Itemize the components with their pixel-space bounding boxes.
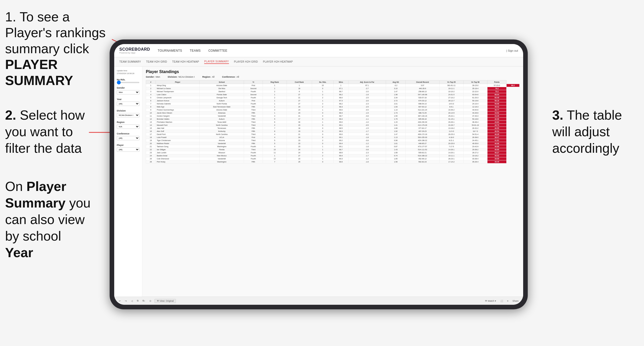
table-row: 4Luke ClatonFlorida StateSecond127268.2-… [146,93,520,96]
undo-btn[interactable]: ↩ [118,299,122,303]
col-wins: Wins [333,80,348,84]
nav-committee[interactable]: COMMITTEE [208,48,227,53]
update-time-label: Update time: [117,70,139,72]
col-adj-score: Adj. Score to Par [348,80,386,84]
annotation-step-2: 2. Select how you want to filter the dat… [5,107,92,157]
watch-btn[interactable]: 👁 Watch ▾ [484,299,497,303]
table-body: 1Wenyi DingArizona StateFirst1115167.1-3… [146,84,520,163]
sidebar-no-rds: No Rds. [117,78,139,83]
col-rank: # [146,80,156,84]
table-row: 7Nicholas GabrielsNorth FloridaFourth127… [146,102,520,105]
table-header: # Player School Yr Reg Rank Conf Rank No… [146,80,520,84]
annotation-step-1-text: To see a Player's rankings summary click [5,9,106,56]
conference-label: Conference [117,132,139,135]
sidebar-division: Division NCAA Division I NCAA Division I… [117,109,139,117]
table-row: 2Michael La SassoOle MissSecond118067.1-… [146,87,520,90]
col-avg-sg: Avg SG [386,80,406,84]
sidebar-conference: Conference (All) [117,132,139,140]
table-row: 18Luke PowellUCLAFirst424069.1-1.81.1350… [146,136,520,139]
logo-title: SCOREBOARD [119,47,150,52]
table-row: 5Christo LamprechtGeorgia TechFourth2212… [146,96,520,99]
division-select[interactable]: NCAA Division I NCAA Division II NCAA Di… [117,113,139,117]
table-row: 10Jacob Skov OlesenArkansasFifth123068.4… [146,112,520,115]
nav-items: TOURNAMENTS TEAMS COMMITTEE [158,48,506,53]
present-btn[interactable]: ⬜ [499,299,504,303]
history-btn[interactable]: ⊙ [148,299,152,303]
annotation-step-2-text: Select how you want to filter the data [5,108,85,156]
tablet-device: SCOREBOARD Powered by clippi TOURNAMENTS… [110,39,528,309]
sidebar-update-time: Update time: 27/03/2024 16:56:26 [117,70,139,75]
filter-division-label: Division: [168,76,177,78]
col-vs-top25: Vs Top 25 [440,80,463,84]
bottom-toolbar: ↩ ↪ ◁ ⧉ ⧉↓ ⊙ 👁 View: Original 👁 Watch ▾ … [114,297,523,305]
year-label: Year [117,98,139,101]
player-standings-table: # Player School Yr Reg Rank Conf Rank No… [146,80,520,163]
filter-division: Division: NCAA Division I [168,76,195,78]
tablet-screen: SCOREBOARD Powered by clippi TOURNAMENTS… [114,44,523,305]
subnav-team-h2h-grid[interactable]: TEAM H2H GRID [146,60,167,64]
conference-select[interactable]: (All) [117,136,139,140]
region-label: Region [117,121,139,123]
update-time-value: 27/03/2024 16:56:26 [117,72,139,75]
table-row: 9Preston SummerhaysArizona StateThird324… [146,108,520,112]
table-row: 13Phichaksn MaichonTexas A&MThird630169.… [146,121,520,124]
logo: SCOREBOARD Powered by clippi [119,47,150,54]
nav-teams[interactable]: TEAMS [190,48,201,53]
col-player: Player [156,80,199,84]
col-school: School [200,80,244,84]
annotation-step-2-extra: On Player Summary you can also view by s… [5,178,92,261]
main-content: Update time: 27/03/2024 16:56:26 No Rds.… [114,66,523,297]
gender-label: Gender [117,87,139,89]
annotation-step-1: 1. To see a Player's rankings summary cl… [5,9,115,88]
table-row: 3Michael ThorbjornsenStanfordFourth28168… [146,90,520,93]
table-filters: Gender: Men Division: NCAA Division I Re… [146,76,520,78]
table-row: 8Mats EgeEast Tennessee StateFifth124268… [146,105,520,108]
filter-conference-label: Conference: [222,76,236,78]
nav-tournaments[interactable]: TOURNAMENTS [158,48,182,53]
filter-gender: Gender: Men [146,76,160,78]
year-select[interactable]: (All) First Second Third Fourth Fifth [117,102,139,106]
copy-btn[interactable]: ⧉ [136,299,139,303]
table-row: 14Maxwell FordNorth CarolinaThird223069.… [146,124,520,127]
table-row: 1Wenyi DingArizona StateFirst1115167.1-3… [146,84,520,87]
main-nav: SCOREBOARD Powered by clippi TOURNAMENTS… [114,44,523,57]
player-select[interactable]: (All) [117,147,139,152]
annotation-step-1-bold: PLAYER SUMMARY [5,57,73,88]
col-yr: Yr [244,80,263,84]
table-row: 25Cole SherwoodVanderbiltFourth1223169.3… [146,157,520,160]
subnav-player-h2h-heatmap[interactable]: PLAYER H2H HEATMAP [263,60,293,64]
table-row: 21Taehoon SongWashingtonFourth423169.1-1… [146,145,520,148]
gender-select[interactable]: Men Women [117,90,139,94]
table-row: 6Jackson KoivunAuburnFirst127167.3-2.02.… [146,99,520,102]
redo-btn[interactable]: ↪ [124,299,128,303]
region-select[interactable]: N/A All [117,124,139,129]
subnav-team-h2h-heatmap[interactable]: TEAM H2H HEATMAP [172,60,199,64]
filter-gender-value: Men [156,76,160,78]
filter-region-label: Region: [202,76,211,78]
sub-nav: TEAM SUMMARY TEAM H2H GRID TEAM H2H HEAT… [114,57,523,66]
logo-sub: Powered by clippi [119,52,150,54]
col-no-rds: No. Rds. [312,80,333,84]
table-row: 22Ian GilliganFloridaThird1024168.7-0.81… [146,148,520,151]
annotation-step-3: 3. The table will adjust accordingly [552,107,639,157]
view-btn[interactable]: 👁 View: Original [154,299,176,303]
share-btn[interactable]: Share [511,299,520,303]
nav-sign-out[interactable]: | Sign out [506,49,518,52]
sidebar-year: Year (All) First Second Third Fourth Fif… [117,98,139,106]
paste-btn[interactable]: ⧉↓ [141,299,146,303]
back-btn[interactable]: ◁ [130,299,134,303]
chart-btn[interactable]: ≡ [506,299,509,303]
subnav-player-summary[interactable]: PLAYER SUMMARY [204,60,229,64]
subnav-team-summary[interactable]: TEAM SUMMARY [119,60,141,64]
no-rds-slider[interactable] [117,82,139,83]
annotation-step-2-number: 2. [5,108,16,122]
division-label: Division [117,109,139,112]
table-row: 20Matthew RiedelVanderbiltFifth523069.4-… [146,142,520,145]
annotation-step-1-number: 1. [5,9,16,24]
annotation-step-3-number: 3. [552,108,563,122]
table-title: Player Standings [146,70,520,74]
table-row: 11Gordon SargentVanderbiltThird421068.7-… [146,115,520,118]
sidebar: Update time: 27/03/2024 16:56:26 No Rds.… [114,66,142,297]
filter-region: Region: All [202,76,215,78]
subnav-player-h2h-grid[interactable]: PLAYER H2H GRID [234,60,258,64]
